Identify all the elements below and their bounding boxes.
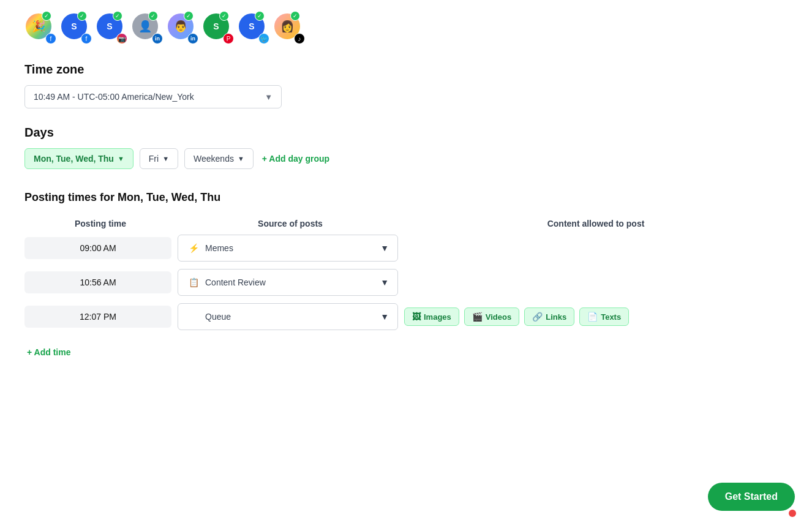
- notification-dot: [789, 510, 796, 517]
- avatar-check: ✓: [219, 11, 229, 21]
- texts-icon: 📄: [587, 312, 598, 322]
- avatar-check: ✓: [290, 11, 300, 21]
- images-icon: 🖼: [412, 312, 421, 322]
- col-header-content: Content allowed to post: [407, 219, 785, 228]
- source-icon-memes: ⚡: [187, 241, 200, 255]
- avatar-check: ✓: [184, 11, 194, 21]
- chevron-down-icon: ▼: [162, 155, 169, 162]
- avatar-item[interactable]: 👤 ✓ in: [131, 12, 163, 44]
- avatar-item[interactable]: 👨 ✓ in: [167, 12, 198, 44]
- day-group-3[interactable]: Weekends ▼: [184, 148, 254, 169]
- avatar-item[interactable]: S ✓ 📷: [96, 12, 127, 44]
- chevron-down-icon: ▼: [380, 277, 389, 287]
- content-tags-3: 🖼 Images 🎬 Videos 🔗 Links 📄 Texts: [404, 307, 788, 326]
- add-time-button[interactable]: + Add time: [24, 342, 73, 362]
- avatar-check: ✓: [77, 11, 87, 21]
- days-row: Mon, Tue, Wed, Thu ▼ Fri ▼ Weekends ▼ + …: [24, 148, 788, 169]
- avatar-item[interactable]: 👩 ✓ ♪: [273, 12, 305, 44]
- instagram-badge: 📷: [116, 33, 127, 44]
- content-tag-links-label: Links: [546, 312, 566, 322]
- pinterest-badge: P: [223, 33, 234, 44]
- tiktok-badge: ♪: [294, 33, 305, 44]
- avatar-check: ✓: [42, 11, 51, 21]
- avatar-check: ✓: [255, 11, 265, 21]
- content-tag-images-label: Images: [424, 312, 451, 322]
- timezone-value: 10:49 AM - UTC-05:00 America/New_York: [34, 92, 194, 102]
- source-label-3: Queue: [205, 312, 231, 322]
- content-tag-texts-label: Texts: [601, 312, 621, 322]
- content-tag-videos[interactable]: 🎬 Videos: [464, 307, 519, 326]
- col-header-source: Source of posts: [180, 219, 400, 228]
- avatar-item[interactable]: 🎉 ✓ f: [24, 12, 56, 44]
- source-icon-queue: [187, 310, 200, 323]
- time-row: 10:56 AM 📋 Content Review ▼: [24, 269, 788, 296]
- time-cell-2: 10:56 AM: [24, 271, 171, 293]
- chevron-down-icon: ▼: [380, 243, 389, 253]
- days-section: Days Mon, Tue, Wed, Thu ▼ Fri ▼ Weekends…: [24, 126, 788, 169]
- time-cell-3: 12:07 PM: [24, 306, 171, 328]
- time-row: 09:00 AM ⚡ Memes ▼: [24, 235, 788, 262]
- posting-times-section: Posting times for Mon, Tue, Wed, Thu Pos…: [24, 191, 788, 362]
- source-label-2: Content Review: [205, 277, 266, 287]
- chevron-down-icon: ▼: [118, 155, 124, 162]
- avatar-check: ✓: [148, 11, 158, 21]
- posting-times-title: Posting times for Mon, Tue, Wed, Thu: [24, 191, 788, 204]
- videos-icon: 🎬: [472, 312, 483, 322]
- linkedin-badge: in: [187, 33, 198, 44]
- timezone-title: Time zone: [24, 62, 788, 77]
- days-title: Days: [24, 126, 788, 140]
- content-tag-videos-label: Videos: [486, 312, 511, 322]
- add-day-group-button[interactable]: + Add day group: [260, 149, 332, 168]
- source-dropdown-1[interactable]: ⚡ Memes ▼: [178, 235, 398, 262]
- source-dropdown-2[interactable]: 📋 Content Review ▼: [178, 269, 398, 296]
- day-group-1[interactable]: Mon, Tue, Wed, Thu ▼: [24, 148, 133, 169]
- chevron-down-icon: ▼: [238, 155, 244, 162]
- get-started-label: Get Started: [725, 491, 778, 502]
- content-tag-images[interactable]: 🖼 Images: [404, 307, 459, 326]
- source-label-1: Memes: [205, 243, 233, 253]
- col-header-time: Posting time: [27, 219, 174, 228]
- day-group-2[interactable]: Fri ▼: [140, 148, 178, 169]
- timezone-dropdown[interactable]: 10:49 AM - UTC-05:00 America/New_York ▼: [24, 85, 282, 108]
- avatar-row: 🎉 ✓ f S ✓ f S ✓ 📷 👤 ✓ in 👨 ✓ in S ✓ P S …: [24, 12, 788, 44]
- day-group-3-label: Weekends: [194, 154, 234, 164]
- day-group-2-label: Fri: [149, 154, 159, 164]
- avatar-check: ✓: [113, 11, 122, 21]
- facebook-badge: f: [81, 33, 92, 44]
- chevron-down-icon: ▼: [265, 92, 273, 102]
- time-cell-1: 09:00 AM: [24, 237, 171, 259]
- get-started-button[interactable]: Get Started: [708, 483, 795, 511]
- table-header: Posting time Source of posts Content all…: [24, 219, 788, 228]
- timezone-section: Time zone 10:49 AM - UTC-05:00 America/N…: [24, 62, 788, 108]
- avatar-item[interactable]: S ✓ f: [60, 12, 92, 44]
- chevron-down-icon: ▼: [380, 312, 389, 322]
- facebook-badge: f: [45, 33, 56, 44]
- source-icon-review: 📋: [187, 276, 200, 289]
- linkedin-badge: in: [152, 33, 163, 44]
- twitter-badge: 🐦: [258, 33, 269, 44]
- content-tag-links[interactable]: 🔗 Links: [524, 307, 574, 326]
- source-dropdown-3[interactable]: Queue ▼: [178, 303, 398, 330]
- links-icon: 🔗: [532, 312, 543, 322]
- avatar-item[interactable]: S ✓ 🐦: [238, 12, 269, 44]
- time-row: 12:07 PM Queue ▼ 🖼 Images 🎬 Videos 🔗 Lin…: [24, 303, 788, 330]
- avatar-item[interactable]: S ✓ P: [202, 12, 234, 44]
- content-tag-texts[interactable]: 📄 Texts: [579, 307, 629, 326]
- day-group-1-label: Mon, Tue, Wed, Thu: [34, 154, 114, 164]
